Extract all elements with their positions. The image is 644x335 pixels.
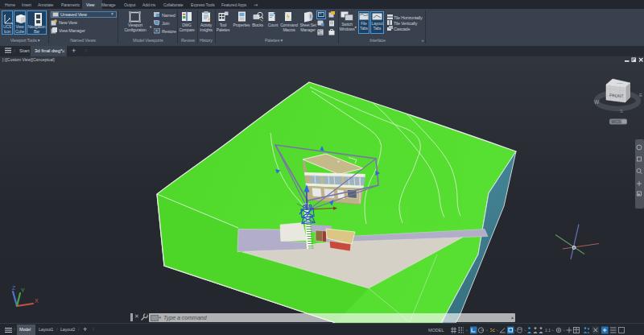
svg-text:WCS: WCS (612, 119, 621, 124)
svg-text:S: S (620, 109, 623, 114)
svg-text:W: W (594, 99, 600, 105)
svg-text:X: X (35, 298, 39, 304)
svg-text:Y: Y (21, 287, 25, 293)
svg-text:1:1: 1:1 (545, 328, 551, 333)
svg-text:TOP: TOP (617, 81, 624, 84)
svg-text:Z: Z (12, 285, 16, 291)
svg-text:FRONT: FRONT (609, 93, 624, 98)
svg-text:E: E (639, 93, 642, 97)
